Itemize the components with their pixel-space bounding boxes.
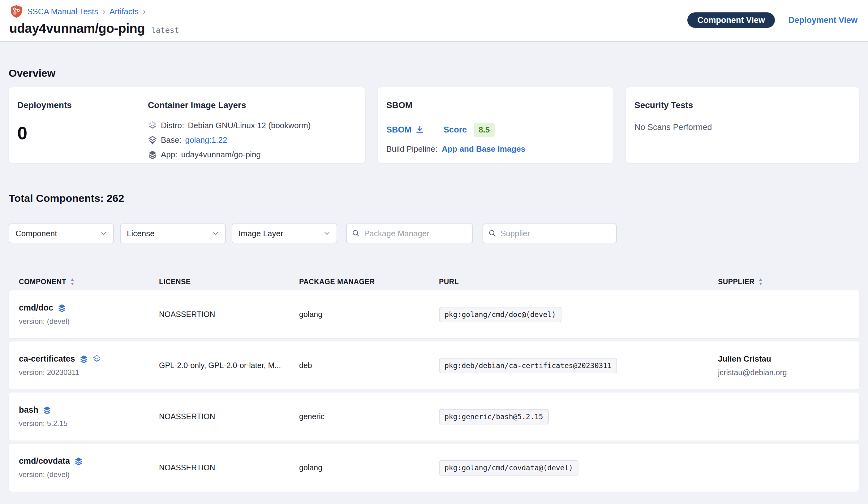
license-cell: NOASSERTION — [159, 412, 299, 421]
header-left: SSCA Manual Tests › Artifacts › uday4vun… — [9, 4, 179, 41]
column-label: LICENSE — [159, 278, 190, 286]
artifact-detail-page: SSCA Manual Tests › Artifacts › uday4vun… — [0, 0, 868, 504]
sbom-score-badge: 8.5 — [474, 123, 495, 137]
supplier-cell — [718, 312, 849, 317]
total-components-heading: Total Components: 262 — [9, 192, 859, 204]
column-label: COMPONENT — [19, 278, 66, 286]
image-layers-panel: Container Image Layers Distro: Debian GN… — [148, 100, 311, 163]
supplier-cell — [718, 414, 849, 419]
license-cell: NOASSERTION — [159, 310, 299, 319]
column-header-supplier: SUPPLIER — [718, 278, 849, 286]
image-layer-filter-dropdown[interactable]: Image Layer — [232, 223, 337, 243]
distro-layer-icon — [148, 121, 157, 130]
breadcrumb: SSCA Manual Tests › Artifacts › — [9, 4, 179, 19]
column-header-purl: PURL — [439, 278, 718, 286]
security-tests-card: Security Tests No Scans Performed — [626, 87, 859, 163]
components-table-header: COMPONENT LICENSE PACKAGE MANAGER PURL S… — [9, 273, 859, 290]
artifact-tag: latest — [151, 26, 179, 35]
layer-row-base: Base: golang:1.22 — [148, 135, 311, 145]
purl-pill: pkg:generic/bash@5.2.15 — [439, 409, 549, 424]
layer-label: Distro: — [161, 121, 184, 130]
overview-cards: Deployments 0 Container Image Layers Dis… — [9, 87, 859, 163]
layer-row-distro: Distro: Debian GNU/Linux 12 (bookworm) — [148, 121, 311, 130]
security-tests-label: Security Tests — [634, 100, 851, 110]
layer-row-app: App: uday4vunnam/go-ping — [148, 150, 311, 159]
component-name: ca-certificates — [19, 354, 75, 364]
app-layer-icon — [80, 355, 88, 363]
sort-icon[interactable] — [758, 278, 763, 286]
filters-bar: Component License Image Layer — [9, 223, 859, 243]
chevron-down-icon — [100, 229, 108, 238]
component-name: bash — [19, 405, 38, 415]
package-manager-search-input[interactable] — [364, 229, 467, 238]
package-manager-cell: golang — [299, 310, 439, 319]
component-version: version: (devel) — [19, 470, 159, 479]
main-content: Overview Deployments 0 Container Image L… — [0, 42, 868, 504]
column-label: SUPPLIER — [718, 278, 754, 286]
dropdown-label: Image Layer — [238, 229, 283, 238]
supplier-search-input[interactable] — [500, 229, 611, 238]
build-pipeline-label: Build Pipeline: — [386, 144, 437, 154]
breadcrumb-link-project[interactable]: SSCA Manual Tests — [27, 7, 98, 17]
breadcrumb-separator: › — [142, 7, 146, 17]
base-image-link[interactable]: golang:1.22 — [185, 135, 227, 145]
column-header-license: LICENSE — [159, 278, 299, 286]
view-toggle: Component View Deployment View — [688, 12, 857, 28]
sbom-label: SBOM — [386, 100, 605, 110]
purl-pill: pkg:golang/cmd/doc@(devel) — [439, 307, 561, 322]
image-layers-label: Container Image Layers — [148, 100, 311, 110]
dropdown-label: License — [127, 229, 155, 238]
purl-pill: pkg:deb/debian/ca-certificates@20230311 — [439, 358, 617, 373]
package-manager-cell: deb — [299, 361, 439, 370]
layer-label: Base: — [161, 135, 182, 145]
build-pipeline-link[interactable]: App and Base Images — [442, 144, 525, 154]
table-row[interactable]: ca-certificates version: 20230311 GPL-2.… — [9, 342, 859, 390]
sbom-download-label: SBOM — [386, 125, 411, 135]
base-layer-icon — [148, 135, 157, 145]
package-manager-cell: generic — [299, 412, 439, 421]
app-layer-icon — [43, 406, 51, 414]
component-name: cmd/doc — [19, 303, 53, 313]
divider — [434, 122, 434, 138]
app-layer-icon — [58, 304, 66, 312]
license-filter-dropdown[interactable]: License — [120, 223, 226, 243]
deployments-label: Deployments — [17, 100, 148, 110]
column-header-component: COMPONENT — [19, 278, 159, 286]
component-filter-dropdown[interactable]: Component — [9, 223, 114, 243]
overview-heading: Overview — [9, 67, 859, 79]
component-view-button[interactable]: Component View — [688, 12, 775, 28]
dropdown-label: Component — [16, 229, 57, 238]
license-cell: GPL-2.0-only, GPL-2.0-or-later, M... — [159, 361, 299, 370]
license-cell: NOASSERTION — [159, 463, 299, 472]
deployments-panel: Deployments 0 — [17, 100, 148, 163]
sort-icon[interactable] — [70, 278, 75, 286]
supplier-email: jcristau@debian.org — [718, 368, 849, 377]
chevron-down-icon — [323, 229, 331, 238]
no-scans-text: No Scans Performed — [634, 123, 851, 132]
sbom-download-link[interactable]: SBOM — [386, 125, 424, 135]
page-header: SSCA Manual Tests › Artifacts › uday4vun… — [0, 0, 868, 42]
chevron-down-icon — [211, 229, 220, 238]
column-header-package-manager: PACKAGE MANAGER — [299, 278, 439, 286]
supplier-search — [483, 223, 617, 243]
breadcrumb-link-artifacts[interactable]: Artifacts — [110, 7, 138, 17]
search-icon — [488, 229, 497, 238]
table-row[interactable]: bash version: 5.2.15 NOASSERTION generic… — [9, 393, 859, 441]
column-label: PACKAGE MANAGER — [299, 278, 375, 286]
package-manager-cell: golang — [299, 463, 439, 472]
layer-value: uday4vunnam/go-ping — [181, 150, 261, 159]
component-name: cmd/covdata — [19, 456, 70, 466]
title-row: uday4vunnam/go-ping latest — [9, 21, 179, 36]
download-icon — [415, 125, 424, 134]
ssca-module-icon — [9, 4, 23, 19]
table-row[interactable]: cmd/covdata version: (devel) NOASSERTION… — [9, 444, 859, 492]
search-icon — [352, 229, 360, 238]
deployments-count: 0 — [17, 123, 148, 143]
layer-value: Debian GNU/Linux 12 (bookworm) — [188, 121, 311, 130]
component-version: version: 5.2.15 — [19, 419, 159, 428]
app-layer-icon — [74, 457, 83, 466]
column-label: PURL — [439, 278, 459, 286]
app-layer-icon — [148, 150, 157, 159]
table-row[interactable]: cmd/doc version: (devel) NOASSERTION gol… — [9, 290, 859, 339]
deployment-view-button[interactable]: Deployment View — [788, 16, 857, 25]
